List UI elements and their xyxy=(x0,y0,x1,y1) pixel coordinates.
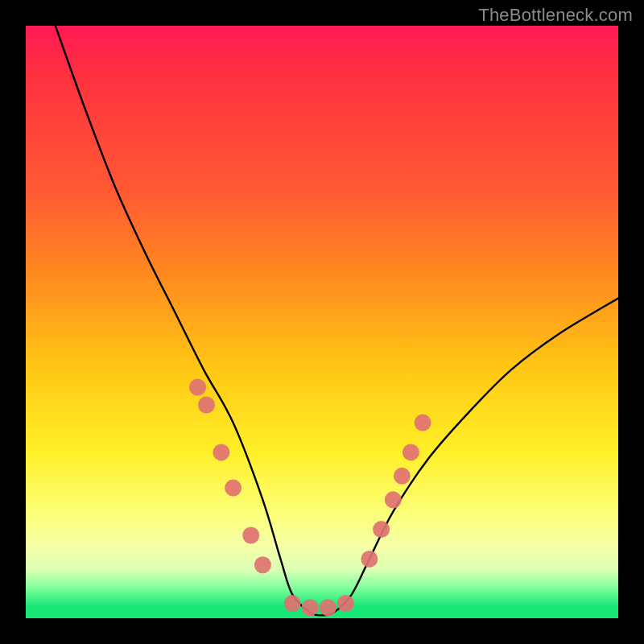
highlight-dot xyxy=(302,599,319,616)
highlight-dot xyxy=(284,595,301,612)
plot-area xyxy=(26,26,618,618)
highlight-dot xyxy=(254,556,271,573)
bottleneck-curve xyxy=(56,26,618,615)
watermark-text: TheBottleneck.com xyxy=(478,5,633,26)
highlight-dot xyxy=(337,595,354,612)
highlight-dot xyxy=(189,378,206,395)
highlight-dot xyxy=(373,521,390,538)
highlight-dot xyxy=(320,599,336,616)
highlight-dot xyxy=(385,491,402,508)
highlight-dot xyxy=(394,468,411,485)
highlight-dots xyxy=(189,378,431,616)
highlight-dot xyxy=(198,397,215,414)
highlight-dot xyxy=(225,480,242,497)
highlight-dot xyxy=(415,415,431,431)
bottleneck-curve-path xyxy=(56,26,618,615)
highlight-dot xyxy=(242,526,259,543)
highlight-dot xyxy=(213,444,229,460)
highlight-dot xyxy=(361,551,378,568)
highlight-dot xyxy=(402,444,419,460)
chart-stage: TheBottleneck.com xyxy=(0,0,644,644)
curve-layer xyxy=(26,26,618,618)
